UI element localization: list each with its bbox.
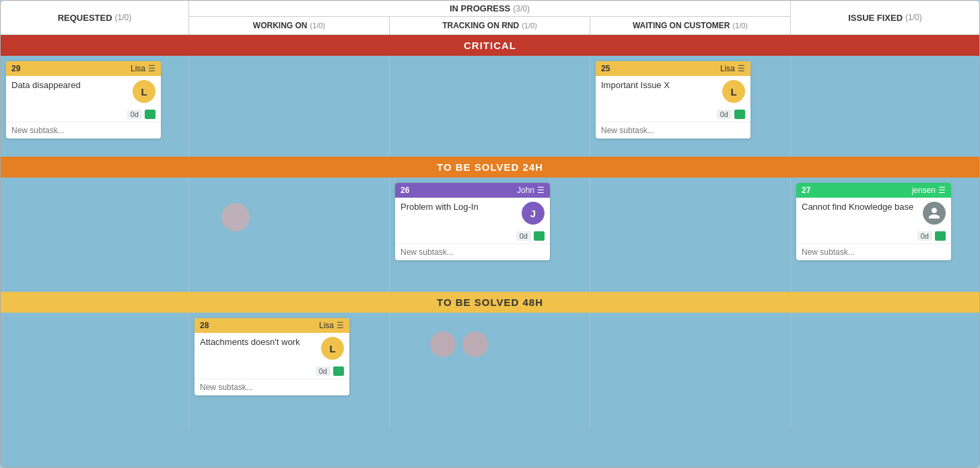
card-29-avatar: L	[133, 80, 155, 103]
to24h-requested-col	[1, 178, 189, 292]
in-progress-top: IN PROGRESS (3/0)	[189, 1, 790, 17]
header-in-progress-group: IN PROGRESS (3/0) WORKING ON (1/0) TRACK…	[189, 1, 791, 34]
blob-decoration-1	[221, 203, 250, 231]
header-requested: REQUESTED (1/0)	[1, 1, 189, 34]
card-28-avatar: L	[321, 337, 344, 360]
card-25: 25 Lisa ☰ Important Issue X L 0d	[596, 61, 750, 139]
card-29-footer: 0d	[6, 107, 161, 122]
card-27-footer: 0d	[796, 229, 951, 243]
critical-fixed-col	[791, 56, 979, 157]
card-28-footer: 0d	[195, 364, 349, 379]
card-29-body: Data disappeared L	[6, 76, 161, 107]
blob-decoration-2	[430, 332, 456, 357]
card-25-body: Important Issue X L	[596, 76, 750, 107]
card-25-progress-bar	[734, 110, 745, 119]
card-26-body: Problem with Log-In J	[395, 198, 550, 229]
card-28-progress-bar	[333, 366, 344, 376]
card-29: 29 Lisa ☰ Data disappeared L 0d	[6, 61, 161, 139]
to48h-working-col: 28 Lisa ☰ Attachments doesn't work L 0d	[189, 313, 390, 427]
board-body: CRITICAL 29 Lisa ☰ Data disappeared L	[1, 35, 979, 467]
critical-tracking-col	[390, 56, 590, 157]
card-26-menu-icon[interactable]: ☰	[537, 186, 545, 195]
card-28: 28 Lisa ☰ Attachments doesn't work L 0d	[195, 318, 349, 395]
to48h-requested-col	[1, 313, 189, 427]
requested-label: REQUESTED	[58, 13, 112, 23]
critical-requested-col: 29 Lisa ☰ Data disappeared L 0d	[1, 56, 189, 157]
in-progress-sub-headers: WORKING ON (1/0) TRACKING ON RND (1/0) W…	[189, 17, 790, 34]
to48h-waiting-col	[590, 313, 791, 427]
header-waiting-customer: WAITING ON CUSTOMER (1/0)	[590, 17, 790, 34]
card-27: 27 jensen ☰ Cannot find Knowledge base 0…	[796, 183, 951, 260]
card-28-subtask-input[interactable]	[195, 379, 349, 395]
header-tracking-rnd: TRACKING ON RND (1/0)	[390, 17, 590, 34]
to24h-working-col	[189, 178, 390, 292]
to24h-fixed-col: 27 jensen ☰ Cannot find Knowledge base 0…	[791, 178, 979, 292]
card-26-footer: 0d	[395, 229, 550, 243]
to24h-tracking-col: 26 John ☰ Problem with Log-In J 0d	[390, 178, 590, 292]
card-26-progress-bar	[534, 231, 545, 241]
blob-decoration-3	[462, 332, 488, 357]
issue-fixed-count: (1/0)	[905, 13, 922, 22]
header-issue-fixed: ISSUE FIXED (1/0)	[791, 1, 979, 34]
card-26: 26 John ☰ Problem with Log-In J 0d	[395, 183, 550, 260]
to48h-row: 28 Lisa ☰ Attachments doesn't work L 0d	[1, 313, 979, 427]
card-26-subtask-input[interactable]	[395, 243, 550, 260]
to24h-row: 26 John ☰ Problem with Log-In J 0d	[1, 178, 979, 292]
card-25-subtask-input[interactable]	[596, 122, 750, 139]
card-29-subtask-input[interactable]	[6, 122, 161, 139]
card-26-avatar: J	[522, 202, 545, 225]
card-27-header: 27 jensen ☰	[796, 183, 951, 198]
in-progress-count: (3/0)	[513, 4, 530, 13]
card-25-menu-icon[interactable]: ☰	[738, 64, 745, 73]
requested-count: (1/0)	[115, 13, 132, 22]
card-29-menu-icon[interactable]: ☰	[148, 64, 155, 73]
to24h-band: TO BE SOLVED 24H	[1, 157, 979, 178]
card-25-header: 25 Lisa ☰	[596, 61, 750, 76]
header-row: REQUESTED (1/0) IN PROGRESS (3/0) WORKIN…	[1, 1, 979, 35]
card-28-menu-icon[interactable]: ☰	[337, 321, 344, 330]
card-27-body: Cannot find Knowledge base	[796, 198, 951, 229]
card-26-header: 26 John ☰	[395, 183, 550, 198]
to48h-tracking-col	[390, 313, 590, 427]
card-28-header: 28 Lisa ☰	[195, 318, 349, 333]
to24h-waiting-col	[590, 178, 791, 292]
critical-working-col	[189, 56, 390, 157]
issue-fixed-label: ISSUE FIXED	[848, 13, 903, 23]
critical-waiting-col: 25 Lisa ☰ Important Issue X L 0d	[590, 56, 791, 157]
card-27-subtask-input[interactable]	[796, 243, 951, 260]
card-29-header: 29 Lisa ☰	[6, 61, 161, 76]
critical-row: 29 Lisa ☰ Data disappeared L 0d	[1, 56, 979, 157]
card-28-body: Attachments doesn't work L	[195, 333, 349, 364]
card-25-footer: 0d	[596, 107, 750, 122]
to48h-fixed-col	[791, 313, 979, 427]
card-27-menu-icon[interactable]: ☰	[938, 186, 946, 195]
card-29-progress-bar	[145, 110, 155, 119]
card-25-avatar: L	[722, 80, 745, 103]
card-27-avatar	[923, 202, 946, 225]
to48h-band: TO BE SOLVED 48H	[1, 292, 979, 313]
critical-band: CRITICAL	[1, 35, 979, 56]
in-progress-label: IN PROGRESS	[450, 3, 510, 13]
header-working-on: WORKING ON (1/0)	[189, 17, 390, 34]
card-27-progress-bar	[935, 231, 946, 241]
kanban-board: REQUESTED (1/0) IN PROGRESS (3/0) WORKIN…	[0, 0, 980, 468]
